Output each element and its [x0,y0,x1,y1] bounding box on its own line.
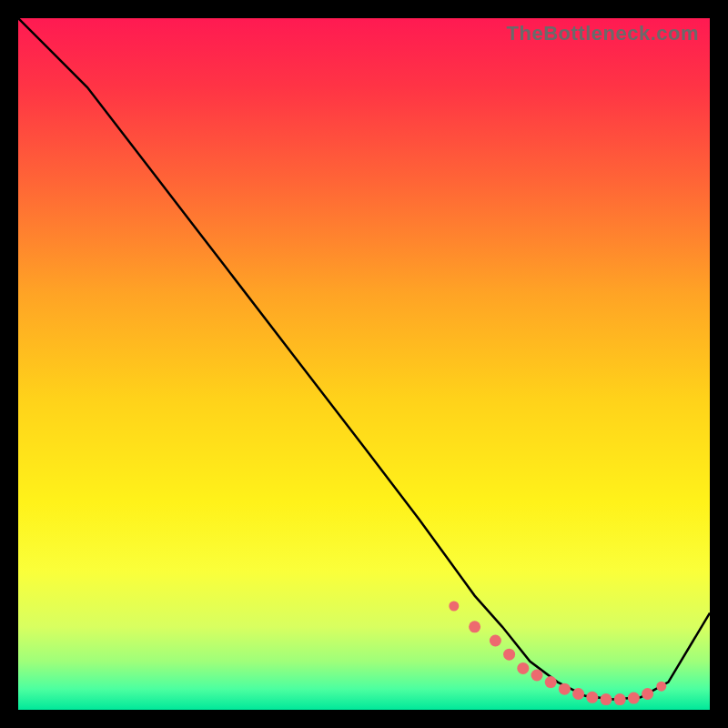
marker-dot [614,693,626,705]
marker-dot [656,682,666,692]
marker-dot [572,688,584,700]
marker-dot [586,692,598,703]
plot-area: TheBottleneck.com [18,18,710,710]
marker-dot [490,635,501,647]
marker-dot [628,693,640,704]
chart-frame: TheBottleneck.com [0,0,728,728]
marker-dot [469,621,480,632]
marker-dot [559,683,571,695]
marker-dot [517,662,529,674]
marker-dot [601,693,612,705]
marker-dot [545,676,557,688]
marker-dot [503,649,515,661]
marker-group [449,602,666,706]
marker-dot [449,602,459,612]
curve-svg [18,18,710,710]
watermark-text: TheBottleneck.com [507,22,699,46]
marker-dot [531,670,543,682]
bottleneck-curve [18,18,710,700]
marker-dot [642,688,653,700]
